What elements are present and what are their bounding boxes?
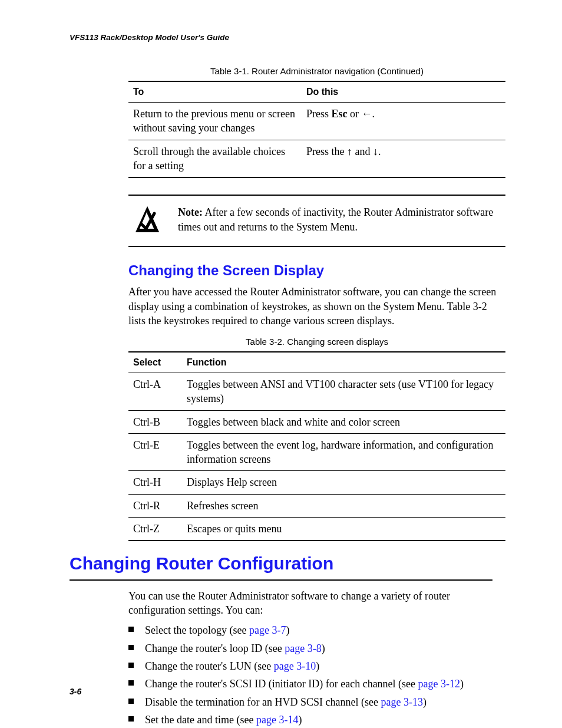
cell-key: Ctrl-A xyxy=(128,373,182,410)
cell-func: Toggles between the event log, hardware … xyxy=(182,433,505,471)
table-row: Ctrl-RRefreshes screen xyxy=(128,494,505,517)
cell-func: Displays Help screen xyxy=(182,471,505,494)
xref-link[interactable]: page 3-8 xyxy=(285,643,321,654)
list-item: Change the router's SCSI ID (initiator I… xyxy=(128,677,505,691)
running-head: VFS113 Rack/Desktop Model User's Guide xyxy=(70,32,492,43)
cell-func: Refreshes screen xyxy=(182,494,505,517)
cell-key: Ctrl-H xyxy=(128,471,182,494)
xref-link[interactable]: page 3-14 xyxy=(256,714,298,726)
cell-key: Ctrl-Z xyxy=(128,518,182,541)
xref-link[interactable]: page 3-7 xyxy=(249,624,286,636)
xref-link[interactable]: page 3-13 xyxy=(381,696,422,708)
table-row: Ctrl-BToggles between black and white an… xyxy=(128,410,505,433)
note-box: Note: After a few seconds of inactivity,… xyxy=(128,195,505,247)
xref-link[interactable]: page 3-12 xyxy=(418,678,460,690)
th-select: Select xyxy=(128,352,182,373)
cell-key: Ctrl-B xyxy=(128,410,182,433)
xref-link[interactable]: page 3-10 xyxy=(274,660,316,672)
up-arrow-icon: ↑ xyxy=(347,146,352,157)
table2-caption: Table 3-2. Changing screen displays xyxy=(128,336,505,348)
heading-rule xyxy=(70,579,492,581)
table-screen-displays: Select Function Ctrl-AToggles between AN… xyxy=(128,351,505,541)
table1-caption: Table 3-1. Router Administrator navigati… xyxy=(128,65,505,77)
table-router-admin-nav: To Do this Return to the previous menu o… xyxy=(128,81,505,178)
page: VFS113 Rack/Desktop Model User's Guide T… xyxy=(0,0,562,728)
cell-func: Toggles between ANSI and VT100 character… xyxy=(182,373,505,410)
heading-changing-router-configuration: Changing Router Configuration xyxy=(70,552,492,576)
body-text: You can use the Router Administrator sof… xyxy=(128,589,505,727)
th-do-this: Do this xyxy=(302,81,505,102)
table-row: Ctrl-HDisplays Help screen xyxy=(128,471,505,494)
cell-func: Toggles between black and white and colo… xyxy=(182,410,505,433)
left-arrow-icon: ← xyxy=(362,108,372,120)
note-icon xyxy=(133,205,161,233)
table-row: Ctrl-AToggles between ANSI and VT100 cha… xyxy=(128,373,505,410)
th-function: Function xyxy=(182,352,505,373)
note-label: Note: xyxy=(178,206,203,218)
page-number: 3-6 xyxy=(70,686,81,697)
list-item: Set the date and time (see page 3-14) xyxy=(128,713,505,727)
cell-do: Press Esc or ←. xyxy=(302,103,505,140)
list-item: Disable the termination for an HVD SCSI … xyxy=(128,695,505,709)
table-row: Return to the previous menu or screen wi… xyxy=(128,103,505,140)
table-row: Ctrl-EToggles between the event log, har… xyxy=(128,433,505,471)
heading-changing-screen-display: Changing the Screen Display xyxy=(128,261,492,280)
cell-to: Scroll through the available choices for… xyxy=(128,140,302,177)
table-row: Ctrl-ZEscapes or quits menu xyxy=(128,518,505,541)
body-text: After you have accessed the Router Admin… xyxy=(128,285,505,328)
cell-do: Press the ↑ and ↓. xyxy=(302,140,505,177)
list-item: Change the router's loop ID (see page 3-… xyxy=(128,641,505,655)
cell-key: Ctrl-E xyxy=(128,433,182,471)
note-text: Note: After a few seconds of inactivity,… xyxy=(178,205,505,234)
table-row: Scroll through the available choices for… xyxy=(128,140,505,177)
list-item: Select the topology (see page 3-7) xyxy=(128,623,505,637)
cell-key: Ctrl-R xyxy=(128,494,182,517)
cell-func: Escapes or quits menu xyxy=(182,518,505,541)
list-item: Change the router's LUN (see page 3-10) xyxy=(128,659,505,673)
th-to: To xyxy=(128,81,302,102)
down-arrow-icon: ↓ xyxy=(373,146,378,157)
config-list: Select the topology (see page 3-7) Chang… xyxy=(128,623,505,727)
cell-to: Return to the previous menu or screen wi… xyxy=(128,103,302,140)
